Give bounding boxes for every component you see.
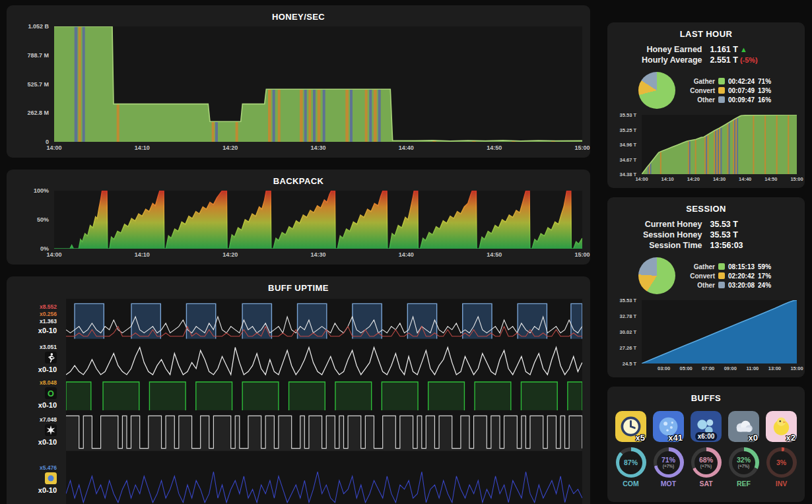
gauge-center: 87% <box>619 451 642 474</box>
honey-x-axis: 14:0014:1014:2014:3014:4014:5015:00 <box>54 142 582 152</box>
gauge-center: 71%(+7%) <box>657 451 680 474</box>
x-tick-label: 15:00 <box>790 365 803 371</box>
last-hour-y-axis: 35.53 T35.25 T34.96 T34.67 T34.38 T <box>615 115 642 174</box>
buff-row: x5.476x0-10 <box>15 452 582 504</box>
panel-backpack: BACKPACK 100%50%0% 14:0014:1014:2014:301… <box>7 170 590 265</box>
stat-row: Honey Earned1.161 T▲ <box>615 45 797 54</box>
x-tick-label: 14:20 <box>222 251 238 258</box>
legend-row: Other03:20:0824% <box>686 282 774 289</box>
buff-multiplier-label: x0.256 <box>40 311 57 318</box>
stat-row: Session Honey35.53 T <box>615 230 797 239</box>
legend-name: Other <box>686 96 715 104</box>
gauge-center: 32%(+7%) <box>732 451 755 474</box>
buff-tile: x5 <box>615 411 646 442</box>
panel-last-hour: LAST HOUR Honey Earned1.161 T▲Hourly Ave… <box>607 22 805 188</box>
stat-row: Session Time13:56:03 <box>615 241 797 250</box>
legend-time: 00:09:47 <box>728 96 755 104</box>
buff-row-chart <box>66 299 582 340</box>
stat-label: Honey Earned <box>615 45 702 54</box>
y-tick-label: 34.67 T <box>620 156 636 162</box>
gauge-percent: 87% <box>624 459 638 466</box>
svg-text:O: O <box>48 389 54 398</box>
x-tick-label: 14:10 <box>661 176 674 182</box>
legend-time: 02:20:42 <box>728 272 755 280</box>
legend-name: Convert <box>686 87 715 94</box>
legend-percent: 13% <box>758 87 774 94</box>
buff-count-badge: x41 <box>668 433 683 443</box>
session-legend: Gather08:15:1359%Convert02:20:4217%Other… <box>686 263 774 289</box>
session-chart-area: 35.53 T32.78 T30.02 T27.26 T24.5 T 03:00… <box>615 300 797 372</box>
legend-name: Gather <box>686 263 715 270</box>
honey-panel-title: HONEY/SEC <box>15 11 582 26</box>
buff-range-label: x0-10 <box>38 486 57 494</box>
x-tick-label: 14:00 <box>46 251 61 258</box>
buff-row-labels: x7.048x0-10 <box>15 411 66 452</box>
legend-swatch <box>718 96 725 103</box>
x-tick-label: 05:00 <box>680 365 693 371</box>
left-column: HONEY/SEC 1.052 B788.7 M525.7 M262.8 M0 … <box>7 5 590 504</box>
gauge-com: 87%COM <box>616 447 646 488</box>
session-pie <box>638 257 675 294</box>
honey-chart-area: 1.052 B788.7 M525.7 M262.8 M0 14:0014:10… <box>15 26 582 152</box>
buff-uptime-panel-title: BUFF UPTIME <box>15 282 582 298</box>
panel-buff-uptime: BUFF UPTIME x8.552x0.256x1.363x0-10x3.05… <box>7 276 590 504</box>
legend-percent: 16% <box>758 96 774 104</box>
honey-chart-svg <box>54 26 582 142</box>
x-tick-label: 14:00 <box>635 176 648 182</box>
legend-swatch <box>718 263 725 270</box>
buff-gauges: 87%COM71%(+7%)MOT68%(+7%)SAT32%(+7%)REF3… <box>615 447 797 488</box>
y-tick-label: 35.25 T <box>620 127 636 133</box>
legend-swatch <box>718 87 725 94</box>
buff-tile: x2 <box>766 411 797 442</box>
buff-row: x3.051x0-10 <box>15 340 582 378</box>
buff-multiplier-label: x3.051 <box>40 344 57 351</box>
stat-value: 2.551 T(-5%) <box>710 55 797 65</box>
backpack-x-axis: 14:0014:1014:2014:3014:4014:5015:00 <box>54 249 582 259</box>
star-icon <box>45 424 57 436</box>
buff-uptime-rows: x8.552x0.256x1.363x0-10x3.051x0-10x8.048… <box>15 299 582 504</box>
last-hour-pie <box>638 72 675 109</box>
session-chart <box>642 300 797 363</box>
backpack-chart <box>54 191 582 249</box>
buff-count-badge: x2 <box>786 433 795 443</box>
x-tick-label: 14:40 <box>399 251 414 258</box>
x-tick-label: 14:30 <box>310 251 325 258</box>
panel-buffs: BUFFS x5x41x6:00x0x2 87%COM71%(+7%)MOT68… <box>607 387 805 502</box>
backpack-panel-title: BACKPACK <box>15 175 582 191</box>
backpack-chart-area: 100%50%0% 14:0014:1014:2014:3014:4014:50… <box>15 191 582 259</box>
right-column: LAST HOUR Honey Earned1.161 T▲Hourly Ave… <box>607 22 805 504</box>
legend-time: 00:42:24 <box>728 78 755 85</box>
buff-range-label: x0-10 <box>38 438 57 446</box>
x-tick-label: 15:00 <box>574 144 590 151</box>
gauge-sub: (+7%) <box>738 464 750 469</box>
gauge-label: REF <box>737 480 751 488</box>
stat-delta: ▲ <box>740 46 747 53</box>
backpack-y-axis: 100%50%0% <box>15 191 54 249</box>
legend-time: 00:07:49 <box>728 87 755 94</box>
x-tick-label: 09:00 <box>724 365 737 371</box>
y-tick-label: 32.78 T <box>620 313 636 319</box>
session-y-axis: 35.53 T32.78 T30.02 T27.26 T24.5 T <box>615 300 642 363</box>
x-tick-label: 13:00 <box>768 365 781 371</box>
y-tick-label: 35.53 T <box>620 298 636 303</box>
buff-row-labels: x8.552x0.256x1.363x0-10 <box>15 299 66 340</box>
x-tick-label: 15:00 <box>790 176 803 182</box>
buff-count-badge: x0 <box>749 433 758 443</box>
legend-name: Convert <box>686 272 715 280</box>
legend-swatch <box>718 272 725 279</box>
buff-row: x7.048x0-10 <box>15 411 582 452</box>
gauge-ring: 32%(+7%) <box>729 447 759 478</box>
x-tick-label: 14:20 <box>222 144 238 151</box>
buff-multiplier-label: x5.476 <box>40 465 57 472</box>
gauge-label: SAT <box>699 480 712 488</box>
honey-chart <box>54 26 582 142</box>
stat-value: 13:56:03 <box>710 241 797 250</box>
legend-swatch <box>718 282 725 288</box>
x-tick-label: 14:50 <box>764 176 777 182</box>
legend-percent: 59% <box>758 263 774 270</box>
buff-multiplier-label: x8.552 <box>40 304 57 311</box>
x-tick-label: 14:10 <box>135 251 150 258</box>
stat-label: Session Time <box>615 241 702 250</box>
gauge-sub: (+7%) <box>700 464 712 469</box>
last-hour-stats: Honey Earned1.161 T▲Hourly Average2.551 … <box>615 44 797 67</box>
